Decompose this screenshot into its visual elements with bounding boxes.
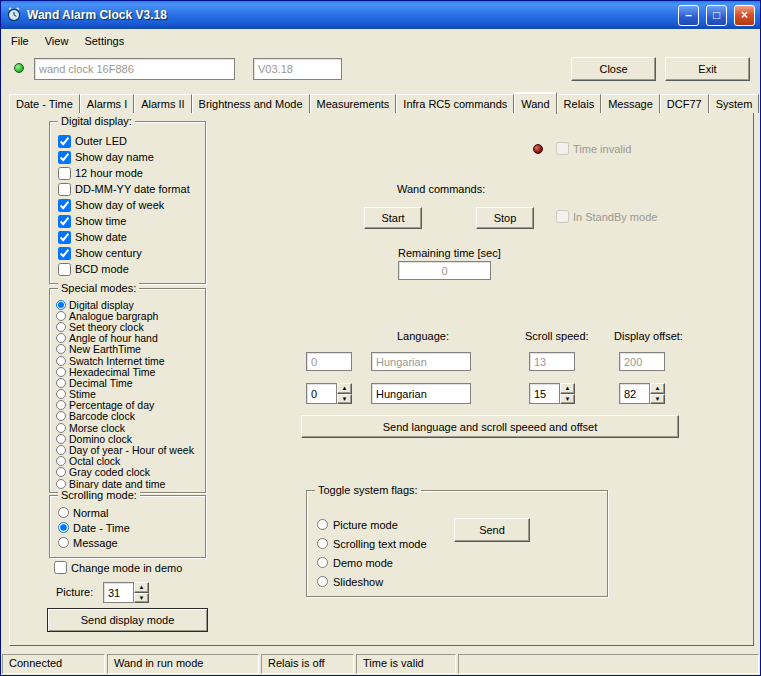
checkbox-show-time[interactable]: Show time <box>50 213 205 229</box>
send-language-button[interactable]: Send language and scroll speeed and offs… <box>301 415 679 438</box>
checkbox-show-century-input[interactable] <box>58 247 71 260</box>
menu-settings[interactable]: Settings <box>76 33 132 49</box>
radio-percentage-of-day-input[interactable] <box>56 400 66 410</box>
radio-set-theory-clock-input[interactable] <box>56 322 66 332</box>
checkbox-outer-led[interactable]: Outer LED <box>50 133 205 149</box>
checkbox-outer-led-input[interactable] <box>58 135 71 148</box>
picture-spinner[interactable]: ▲ ▼ <box>103 582 149 603</box>
radio-analogue-bargraph[interactable]: Analogue bargraph <box>50 310 205 321</box>
radio-barcode-clock-input[interactable] <box>56 411 66 421</box>
spin-up-icon[interactable]: ▲ <box>560 383 575 394</box>
radio-scrolling-message-input[interactable] <box>58 537 69 548</box>
radio-scrolling-normal-input[interactable] <box>58 507 69 518</box>
radio-digital-display[interactable]: Digital display <box>50 299 205 310</box>
display-offset-spinner[interactable]: ▲ ▼ <box>619 383 665 404</box>
checkbox-show-time-input[interactable] <box>58 215 71 228</box>
radio-stime[interactable]: Stime <box>50 389 205 400</box>
send-flags-button[interactable]: Send <box>454 518 530 542</box>
tab-system[interactable]: System <box>709 94 760 113</box>
radio-analogue-bargraph-input[interactable] <box>56 311 66 321</box>
radio-binary-date-and-time-input[interactable] <box>56 479 66 489</box>
spin-up-icon[interactable]: ▲ <box>134 582 149 593</box>
spin-down-icon[interactable]: ▼ <box>560 394 575 405</box>
radio-scrolling-text-mode-input[interactable] <box>317 538 328 549</box>
start-button[interactable]: Start <box>364 207 422 229</box>
device-name-field[interactable] <box>34 58 235 80</box>
radio-domino-clock[interactable]: Domino clock <box>50 433 205 444</box>
radio-day-of-year-hour-of-week-input[interactable] <box>56 445 66 455</box>
spin-down-icon[interactable]: ▼ <box>134 593 149 604</box>
checkbox-show-day-of-week-input[interactable] <box>58 199 71 212</box>
checkbox-show-date-input[interactable] <box>58 231 71 244</box>
scroll-speed-spinner[interactable]: ▲ ▼ <box>529 383 575 404</box>
radio-swatch-internet-time-input[interactable] <box>56 356 66 366</box>
tab-relais[interactable]: Relais <box>557 94 602 113</box>
display-offset-input[interactable] <box>619 383 650 404</box>
language-number-spinner[interactable]: ▲ ▼ <box>306 383 352 404</box>
radio-decimal-time-input[interactable] <box>56 378 66 388</box>
radio-new-earthtime[interactable]: New EarthTime <box>50 344 205 355</box>
scroll-speed-input[interactable] <box>529 383 560 404</box>
minimize-button[interactable]: – <box>678 5 699 26</box>
checkbox-bcd-mode[interactable]: BCD mode <box>50 261 205 277</box>
tab-message[interactable]: Message <box>601 94 660 113</box>
radio-morse-clock-input[interactable] <box>56 423 66 433</box>
radio-demo-mode[interactable]: Demo mode <box>307 553 607 572</box>
radio-angle-of-hour-hand[interactable]: Angle of hour hand <box>50 333 205 344</box>
radio-morse-clock[interactable]: Morse clock <box>50 422 205 433</box>
radio-set-theory-clock[interactable]: Set theory clock <box>50 321 205 332</box>
checkbox-show-day-of-week[interactable]: Show day of week <box>50 197 205 213</box>
radio-scrolling-normal[interactable]: Normal <box>50 505 205 520</box>
radio-demo-mode-input[interactable] <box>317 557 328 568</box>
tab-brightness-and-mode[interactable]: Brightness and Mode <box>192 94 310 113</box>
radio-stime-input[interactable] <box>56 389 66 399</box>
radio-domino-clock-input[interactable] <box>56 434 66 444</box>
radio-swatch-internet-time[interactable]: Swatch Internet time <box>50 355 205 366</box>
radio-picture-mode-input[interactable] <box>317 519 328 530</box>
radio-slideshow[interactable]: Slideshow <box>307 572 607 591</box>
radio-gray-coded-clock-input[interactable] <box>56 467 66 477</box>
radio-day-of-year-hour-of-week[interactable]: Day of year - Hour of week <box>50 444 205 455</box>
checkbox-dd-mm-yy-format[interactable]: DD-MM-YY date format <box>50 181 205 197</box>
tab-infra-rc5-commands[interactable]: Infra RC5 commands <box>396 94 514 113</box>
checkbox-show-century[interactable]: Show century <box>50 245 205 261</box>
spin-up-icon[interactable]: ▲ <box>337 383 352 394</box>
radio-digital-display-input[interactable] <box>56 300 66 310</box>
checkbox-12-hour-mode-input[interactable] <box>58 167 71 180</box>
radio-octal-clock[interactable]: Octal clock <box>50 456 205 467</box>
tab-dcf77[interactable]: DCF77 <box>660 94 709 113</box>
maximize-button[interactable]: □ <box>706 5 727 26</box>
picture-spinner-input[interactable] <box>103 582 134 603</box>
tab-date-time[interactable]: Date - Time <box>9 94 80 113</box>
radio-slideshow-input[interactable] <box>317 576 328 587</box>
stop-button[interactable]: Stop <box>476 207 534 229</box>
spin-down-icon[interactable]: ▼ <box>650 394 665 405</box>
checkbox-show-day-name-input[interactable] <box>58 151 71 164</box>
checkbox-show-day-name[interactable]: Show day name <box>50 149 205 165</box>
radio-scrolling-message[interactable]: Message <box>50 535 205 550</box>
close-window-button[interactable]: × <box>734 5 755 26</box>
language-input[interactable] <box>371 383 471 404</box>
language-number-input[interactable] <box>306 383 337 404</box>
send-display-mode-button[interactable]: Send display mode <box>47 608 208 632</box>
checkbox-bcd-mode-input[interactable] <box>58 263 71 276</box>
checkbox-change-mode-in-demo-input[interactable] <box>54 561 67 574</box>
tab-measurements[interactable]: Measurements <box>310 94 397 113</box>
checkbox-show-date[interactable]: Show date <box>50 229 205 245</box>
radio-octal-clock-input[interactable] <box>56 456 66 466</box>
tab-wand[interactable]: Wand <box>514 92 556 114</box>
spin-up-icon[interactable]: ▲ <box>650 383 665 394</box>
radio-barcode-clock[interactable]: Barcode clock <box>50 411 205 422</box>
radio-scrolling-date-time-input[interactable] <box>58 522 69 533</box>
menu-view[interactable]: View <box>37 33 77 49</box>
radio-percentage-of-day[interactable]: Percentage of day <box>50 400 205 411</box>
radio-angle-of-hour-hand-input[interactable] <box>56 333 66 343</box>
radio-hexadecimal-time-input[interactable] <box>56 367 66 377</box>
checkbox-change-mode-in-demo[interactable]: Change mode in demo <box>54 561 182 574</box>
radio-decimal-time[interactable]: Decimal Time <box>50 377 205 388</box>
exit-button[interactable]: Exit <box>665 57 750 81</box>
tab-alarms-2[interactable]: Alarms II <box>134 94 191 113</box>
tab-alarms-1[interactable]: Alarms I <box>80 94 134 113</box>
radio-hexadecimal-time[interactable]: Hexadecimal Time <box>50 366 205 377</box>
spin-down-icon[interactable]: ▼ <box>337 394 352 405</box>
